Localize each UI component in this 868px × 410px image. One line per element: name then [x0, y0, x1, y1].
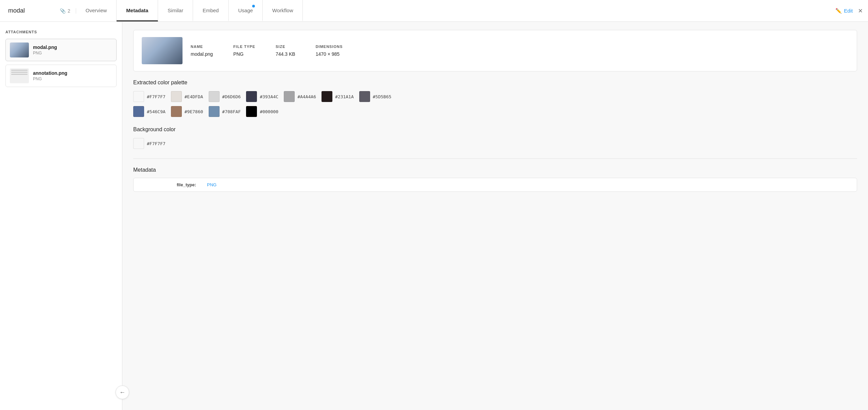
- background-color-item: #F7F7F7: [133, 138, 166, 149]
- color-swatch-E4DFDA: [171, 91, 182, 102]
- meta-label-3: DIMENSIONS: [316, 45, 343, 49]
- meta-label-2: SIZE: [276, 45, 295, 49]
- attachment-count-badge: 📎 2: [54, 8, 76, 14]
- back-button[interactable]: ←: [116, 386, 122, 399]
- thumb-line-2: [11, 72, 28, 73]
- background-color-swatch: [133, 138, 144, 149]
- color-hex-5D5B65: #5D5B65: [373, 94, 392, 99]
- paperclip-icon: 📎: [60, 8, 66, 14]
- background-color-hex: #F7F7F7: [147, 141, 166, 146]
- tab-embed[interactable]: Embed: [193, 0, 229, 21]
- color-item-231A1A: #231A1A: [322, 91, 354, 102]
- main-content: NAME modal.png FILE TYPE PNG SIZE 744.3 …: [122, 22, 868, 410]
- header-actions: ✏️ Edit ×: [830, 7, 868, 15]
- close-button[interactable]: ×: [858, 7, 863, 15]
- color-palette-section: Extracted color palette #F7F7F7 #E4DFDA …: [133, 80, 857, 117]
- attachment-item-modal[interactable]: modal.png PNG: [5, 39, 117, 61]
- meta-value-0: modal.png: [191, 51, 213, 57]
- color-item-F7F7F7: #F7F7F7: [133, 91, 166, 102]
- color-item-A4A4A6: #A4A4A6: [284, 91, 316, 102]
- app-container: modal 📎 2 OverviewMetadataSimilarEmbedUs…: [0, 0, 868, 410]
- body: ATTACHMENTS modal.png PNG: [0, 22, 868, 410]
- meta-label-0: NAME: [191, 45, 213, 49]
- thumb-line-1: [11, 70, 28, 71]
- color-hex-D6D6D6: #D6D6D6: [222, 94, 241, 99]
- meta-value-3: 1470 × 985: [316, 51, 343, 57]
- metadata-key-0: file_type:: [134, 178, 202, 191]
- attachment-thumb-modal: [10, 42, 29, 57]
- color-swatch-A4A4A6: [284, 91, 295, 102]
- file-info-card: NAME modal.png FILE TYPE PNG SIZE 744.3 …: [133, 30, 857, 71]
- file-meta: NAME modal.png FILE TYPE PNG SIZE 744.3 …: [191, 45, 849, 57]
- attachment-item-annotation[interactable]: annotation.png PNG: [5, 65, 117, 87]
- color-item-708FAF: #708FAF: [209, 106, 241, 117]
- tab-usage[interactable]: Usage: [229, 0, 263, 21]
- attachment-info-annotation: annotation.png PNG: [33, 70, 67, 81]
- color-item-E4DFDA: #E4DFDA: [171, 91, 203, 102]
- color-item-546C9A: #546C9A: [133, 106, 166, 117]
- background-color-section: Background color #F7F7F7: [133, 126, 857, 149]
- metadata-row-0: file_type: PNG: [134, 178, 857, 191]
- attachments-label: ATTACHMENTS: [5, 30, 117, 34]
- sidebar: ATTACHMENTS modal.png PNG: [0, 22, 122, 410]
- meta-value-2: 744.3 KB: [276, 51, 295, 57]
- metadata-table: file_type: PNG: [133, 178, 857, 192]
- color-swatch-231A1A: [322, 91, 332, 102]
- attachment-name-modal: modal.png: [33, 45, 57, 50]
- color-hex-546C9A: #546C9A: [147, 109, 166, 114]
- color-hex-708FAF: #708FAF: [222, 109, 241, 114]
- background-color-title: Background color: [133, 126, 857, 133]
- color-swatch-708FAF: [209, 106, 220, 117]
- color-item-D6D6D6: #D6D6D6: [209, 91, 241, 102]
- tab-usage-dot: [252, 5, 255, 7]
- color-hex-9E7860: #9E7860: [185, 109, 203, 114]
- meta-label-1: FILE TYPE: [233, 45, 255, 49]
- file-preview-image: [142, 37, 183, 64]
- color-hex-000000: #000000: [260, 109, 278, 114]
- color-hex-F7F7F7: #F7F7F7: [147, 94, 166, 99]
- color-item-5D5B65: #5D5B65: [359, 91, 392, 102]
- color-item-000000: #000000: [246, 106, 278, 117]
- attachment-info-modal: modal.png PNG: [33, 45, 57, 55]
- metadata-section-title: Metadata: [133, 167, 857, 173]
- metadata-val-0: PNG: [202, 178, 222, 191]
- color-hex-A4A4A6: #A4A4A6: [297, 94, 316, 99]
- color-item-393A4C: #393A4C: [246, 91, 278, 102]
- file-meta-col-3: DIMENSIONS 1470 × 985: [316, 45, 343, 57]
- color-hex-393A4C: #393A4C: [260, 94, 278, 99]
- tab-workflow[interactable]: Workflow: [263, 0, 303, 21]
- thumb-inner-annotation: [10, 68, 29, 83]
- file-meta-col-1: FILE TYPE PNG: [233, 45, 255, 57]
- attachment-name-annotation: annotation.png: [33, 70, 67, 76]
- edit-button[interactable]: ✏️ Edit: [835, 8, 853, 14]
- attachment-type-modal: PNG: [33, 51, 57, 55]
- divider: [133, 158, 857, 159]
- tab-bar: OverviewMetadataSimilarEmbedUsageWorkflo…: [76, 0, 830, 21]
- thumb-inner-modal: [10, 42, 29, 57]
- tab-metadata[interactable]: Metadata: [117, 0, 158, 21]
- metadata-section: Metadata file_type: PNG: [133, 167, 857, 192]
- attachment-thumb-annotation: [10, 68, 29, 83]
- color-palette-title: Extracted color palette: [133, 80, 857, 86]
- color-swatch-546C9A: [133, 106, 144, 117]
- attachment-type-annotation: PNG: [33, 76, 67, 81]
- color-item-9E7860: #9E7860: [171, 106, 203, 117]
- color-swatch-D6D6D6: [209, 91, 220, 102]
- edit-icon: ✏️: [835, 8, 842, 14]
- background-color-row: #F7F7F7: [133, 138, 857, 149]
- file-meta-col-2: SIZE 744.3 KB: [276, 45, 295, 57]
- meta-value-1: PNG: [233, 51, 255, 57]
- color-hex-E4DFDA: #E4DFDA: [185, 94, 203, 99]
- color-swatch-5D5B65: [359, 91, 370, 102]
- color-hex-231A1A: #231A1A: [335, 94, 354, 99]
- tab-overview[interactable]: Overview: [76, 0, 117, 21]
- color-swatch-9E7860: [171, 106, 182, 117]
- header: modal 📎 2 OverviewMetadataSimilarEmbedUs…: [0, 0, 868, 22]
- color-swatch-F7F7F7: [133, 91, 144, 102]
- modal-title: modal: [0, 7, 54, 14]
- color-row-2: #546C9A #9E7860 #708FAF #000000: [133, 106, 857, 117]
- file-meta-col-0: NAME modal.png: [191, 45, 213, 57]
- thumb-line-3: [11, 74, 28, 75]
- tab-similar[interactable]: Similar: [158, 0, 193, 21]
- color-row-1: #F7F7F7 #E4DFDA #D6D6D6 #393A4C #A4A4A6 …: [133, 91, 857, 102]
